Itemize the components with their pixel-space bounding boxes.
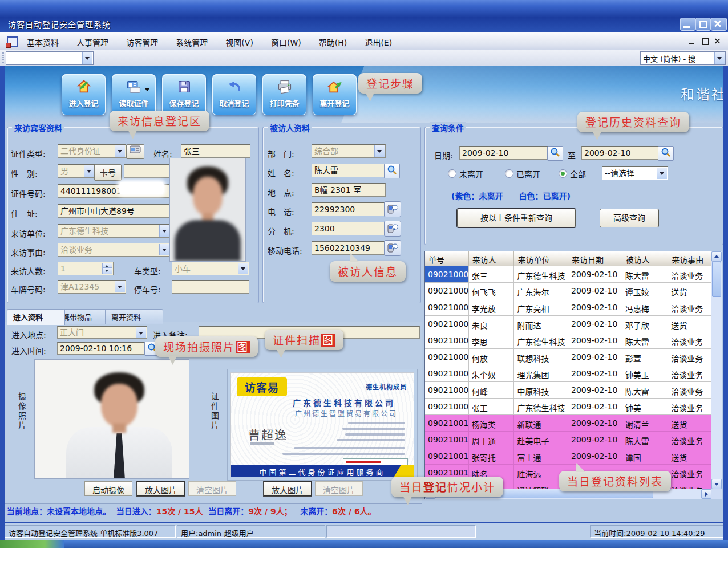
table-row[interactable]: 090210004朱良附而达2009-02-10邓子欣送货 xyxy=(425,316,711,332)
table-cell[interactable]: 090210011 xyxy=(425,432,469,448)
table-cell[interactable]: 090210010 xyxy=(425,415,469,432)
table-row[interactable]: 090210010杨海类新联通2009-02-10谢清兰送货 xyxy=(425,415,711,432)
column-header-5[interactable]: 来访事由 xyxy=(668,251,711,266)
chevron-down-icon[interactable] xyxy=(136,327,146,338)
table-row[interactable]: 090210009张工广东德生科技2009-02-10钟美洽谈业务 xyxy=(425,399,711,415)
table-cell[interactable]: 谢清兰 xyxy=(622,415,669,432)
chevron-down-icon[interactable] xyxy=(82,52,92,64)
scroll-up-icon[interactable] xyxy=(711,251,722,262)
table-cell[interactable]: 洽谈业务 xyxy=(668,332,711,349)
table-cell[interactable]: 2009-02-10 xyxy=(568,365,622,382)
table-cell[interactable]: 张三 xyxy=(469,266,515,283)
entry-time-field[interactable]: 2009-02-10 10:16 xyxy=(57,342,147,355)
zoom-photo-button[interactable]: 放大图片 xyxy=(137,481,185,496)
menu-item-visitor[interactable]: 访客管理 xyxy=(119,35,165,49)
table-cell[interactable]: 090210003 xyxy=(425,299,469,316)
chevron-down-icon[interactable] xyxy=(115,281,125,292)
table-cell[interactable]: 送货 xyxy=(668,316,711,332)
table-cell[interactable]: 2009-02-10 xyxy=(568,266,622,283)
table-cell[interactable]: 090210007 xyxy=(425,365,469,382)
table-cell[interactable]: 2009-02-10 xyxy=(568,382,622,399)
table-cell[interactable]: 赴美电子 xyxy=(514,432,568,448)
table-cell[interactable]: 陈大雷 xyxy=(622,332,669,349)
card-no-field[interactable] xyxy=(124,164,169,178)
table-cell[interactable]: 090210002 xyxy=(425,283,469,299)
column-header-0[interactable]: 单号 xyxy=(425,251,469,266)
address-field[interactable]: 广州市中山大道89号 xyxy=(58,204,171,218)
table-cell[interactable]: 洽谈业务 xyxy=(668,382,711,399)
table-cell[interactable]: 090210001 xyxy=(425,266,469,283)
table-cell[interactable]: 李光放 xyxy=(469,299,515,316)
scroll-right-icon[interactable] xyxy=(701,489,711,499)
table-cell[interactable]: 洽谈业务 xyxy=(668,481,711,489)
leave-register-button[interactable]: 离开登记 xyxy=(313,74,357,115)
column-header-3[interactable]: 来访日期 xyxy=(568,251,622,266)
table-cell[interactable]: 李思 xyxy=(469,332,515,349)
table-cell[interactable]: 杨海类 xyxy=(469,415,515,432)
chevron-down-icon[interactable] xyxy=(238,263,248,274)
visit-unit-select[interactable]: 广东德生科技 xyxy=(58,224,171,238)
date-from-field[interactable]: 2009-02-10 xyxy=(459,146,549,160)
table-cell[interactable]: 090210008 xyxy=(425,382,469,399)
radio-left[interactable]: 已离开 xyxy=(505,168,556,178)
chevron-down-icon[interactable] xyxy=(374,145,385,157)
table-cell[interactable]: 何峰 xyxy=(469,382,515,399)
scroll-down-icon[interactable] xyxy=(711,479,722,489)
table-cell[interactable]: 洽谈业务 xyxy=(668,432,711,448)
table-cell[interactable]: 何放 xyxy=(469,349,515,365)
table-cell[interactable]: 090210006 xyxy=(425,349,469,365)
entry-place-select[interactable]: 正大门 xyxy=(57,326,147,339)
table-cell[interactable]: 广东海尔 xyxy=(514,283,568,299)
table-cell[interactable]: 洽谈业务 xyxy=(668,465,711,481)
table-cell[interactable]: 090210009 xyxy=(425,399,469,415)
menu-item-help[interactable]: 帮助(H) xyxy=(312,35,354,49)
table-cell[interactable]: 中原科技 xyxy=(514,382,568,399)
table-row[interactable]: 090210008何峰中原科技2009-02-10陈大雷洽谈业务 xyxy=(425,382,711,399)
minimize-icon[interactable] xyxy=(680,18,695,31)
table-cell[interactable]: 联想科技 xyxy=(514,349,568,365)
clear-photo-button[interactable]: 清空图片 xyxy=(188,481,236,496)
table-cell[interactable]: 广东德生科技 xyxy=(514,266,568,283)
table-row[interactable]: 090210005李思广东德生科技2009-02-10陈大雷洽谈业务 xyxy=(425,332,711,349)
table-cell[interactable]: 送货 xyxy=(668,448,711,465)
table-cell[interactable]: 张寄托 xyxy=(469,448,515,465)
visitor-name-field[interactable]: 张三 xyxy=(181,144,250,158)
table-cell[interactable]: 邓子欣 xyxy=(622,316,669,332)
advanced-query-button[interactable]: 高级查询 xyxy=(600,209,659,227)
card-no-button[interactable]: 卡号 xyxy=(94,164,122,181)
table-row[interactable]: 090210007朱个奴理光集团2009-02-10钟美玉洽谈业务 xyxy=(425,365,711,382)
date-to-picker-button[interactable] xyxy=(658,146,674,161)
dial-mobile-button[interactable] xyxy=(384,240,401,256)
clear-card-button[interactable]: 清空图片 xyxy=(315,481,363,496)
gender-select[interactable]: 男 xyxy=(58,164,95,178)
table-cell[interactable]: 广东德生科技 xyxy=(514,399,568,415)
table-row[interactable]: 090210011周于通赴美电子2009-02-10陈大雷洽谈业务 xyxy=(425,432,711,448)
table-cell[interactable]: 2009-02-10 xyxy=(568,399,622,415)
vertical-scrollbar[interactable] xyxy=(711,251,722,489)
mdi-close-icon[interactable] xyxy=(713,37,723,46)
table-cell[interactable]: 彭萱 xyxy=(622,349,669,365)
dial-ext-button[interactable] xyxy=(384,221,401,237)
table-cell[interactable]: 2009-02-10 xyxy=(568,349,622,365)
table-cell[interactable]: 2009-02-10 xyxy=(568,432,622,448)
table-cell[interactable]: 陈大雷 xyxy=(622,266,669,283)
table-cell[interactable]: 洽谈业务 xyxy=(668,365,711,382)
chevron-down-icon[interactable] xyxy=(159,225,169,237)
table-cell[interactable]: 张工 xyxy=(469,399,515,415)
table-row[interactable]: 090210001张三广东德生科技2009-02-10陈大雷洽谈业务 xyxy=(425,266,711,283)
car-type-select[interactable]: 小车 xyxy=(172,262,249,275)
column-header-4[interactable]: 被访人 xyxy=(622,251,669,266)
table-cell[interactable]: 洽谈业务 xyxy=(668,349,711,365)
table-cell[interactable]: 广东德生科技 xyxy=(514,332,568,349)
spin-down-icon[interactable] xyxy=(102,267,112,274)
date-from-picker-button[interactable] xyxy=(547,146,563,161)
table-cell[interactable]: 洽谈业务 xyxy=(668,266,711,283)
ext-field[interactable]: 2300 xyxy=(312,222,386,235)
table-cell[interactable]: 2009-02-10 xyxy=(568,316,622,332)
parking-field[interactable] xyxy=(172,280,249,294)
status-select[interactable]: --请选择 xyxy=(602,166,668,180)
dept-select[interactable]: 综合部 xyxy=(312,144,386,158)
location-field[interactable]: B幢 2301 室 xyxy=(312,183,386,197)
menu-item-basic[interactable]: 基本资料 xyxy=(19,35,66,49)
table-cell[interactable]: 朱个奴 xyxy=(469,365,515,382)
